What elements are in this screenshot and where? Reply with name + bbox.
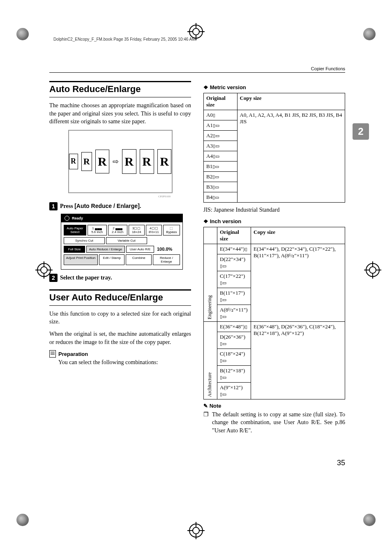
diagram-sheet: R — [122, 149, 136, 174]
table-header: Copy size — [251, 227, 345, 244]
diagram-sheet: R — [69, 154, 78, 169]
variable-cut-button[interactable]: Variable Cut — [106, 237, 147, 244]
step-1-icon: 1 — [49, 202, 58, 210]
metric-version-table: Original size Copy size A0▯ A0, A1, A2, … — [203, 93, 345, 203]
table-cell: B(12"×18")▯▭ — [217, 365, 251, 382]
diagram-sheet: R — [81, 152, 92, 171]
tray-1-button[interactable]: 1 ▄▄▄5.6 inch — [88, 225, 107, 235]
full-size-button[interactable]: Full Size — [64, 246, 85, 253]
table-cell: E(34"×44")▯ — [217, 244, 251, 254]
engineering-label: Engineering — [204, 244, 217, 321]
running-head: Copier Functions — [49, 66, 345, 73]
step-2-text: Select the paper tray. — [60, 275, 112, 281]
diagram-code: CP2F0100 — [49, 195, 171, 198]
table-cell: C(18"×24")▯▭ — [217, 349, 251, 365]
registration-mark-icon — [366, 263, 380, 277]
table-cell: E(34"×44"), D(22"×34"), C(17"×22"), B(11… — [251, 244, 345, 321]
diagram-sheet: R — [140, 149, 154, 174]
table-cell: D(22"×34")▯▭ — [217, 254, 251, 271]
table-cell: B1▯▭ — [204, 162, 238, 172]
section-title-user-auto-reduce-enlarge: User Auto Reduce/Enlarge — [49, 292, 191, 306]
preparation-icon — [49, 350, 56, 358]
tray-4-button[interactable]: 4▢▢8½×11 — [146, 225, 162, 235]
corner-dot — [363, 28, 376, 40]
chapter-tab: 2 — [353, 123, 369, 140]
registration-mark-icon — [189, 524, 203, 538]
page-number: 35 — [337, 459, 345, 467]
diagram-sheet: R — [95, 150, 109, 173]
zoom-percent: 100.0% — [157, 247, 172, 252]
section-title-auto-reduce-enlarge: Auto Reduce/Enlarge — [49, 84, 191, 97]
tray-3-button[interactable]: 3▢▢18×24 — [129, 225, 145, 235]
table-cell: B2▯▭ — [204, 172, 238, 182]
table-cell: B3▯▭ — [204, 182, 238, 192]
body-text: You can select the following combination… — [58, 358, 191, 367]
edit-stamp-button[interactable]: Edit / Stamp — [99, 254, 125, 265]
preparation-heading: Preparation — [58, 351, 88, 357]
body-text: Use this function to copy to a selected … — [49, 310, 191, 326]
table-cell: A0, A1, A2, A3, A4, B1 JIS, B2 JIS, B3 J… — [237, 110, 345, 203]
auto-reduce-enlarge-button[interactable]: Auto Reduce / Enlarge — [86, 246, 125, 253]
tray-2-button[interactable]: 2 ▄▄▄2.4 inch — [108, 225, 127, 235]
table-cell: D(26"×36")▯▭ — [217, 332, 251, 349]
control-panel-screenshot: Ready Auto Paper Select 1 ▄▄▄5.6 inch 2 … — [61, 214, 183, 270]
architecture-label: Architecture — [204, 321, 217, 399]
auto-paper-select-button[interactable]: Auto Paper Select — [64, 225, 86, 235]
table-cell: A0▯ — [204, 110, 238, 120]
table-cell: A(8¹/₂"×11")▯▭ — [217, 305, 251, 321]
table-cell: B(11"×17")▯▭ — [217, 288, 251, 305]
diagram-sheet: R — [157, 149, 172, 174]
bullet-icon: ❒ — [203, 411, 209, 435]
table-cell: E(36"×48")▯ — [217, 321, 251, 332]
registration-mark-icon — [37, 263, 51, 277]
table-header: Original size — [204, 93, 238, 110]
user-auto-re-button[interactable]: User Auto R/E — [126, 246, 154, 253]
inch-version-table: Original size Copy size Engineering E(34… — [203, 227, 345, 399]
step-2-icon: 2 — [49, 274, 58, 282]
table-cell: E(36"×48"), D(26"×36"), C(18"×24"), B(12… — [251, 321, 345, 399]
table-header: Original size — [217, 227, 251, 244]
table-header: Copy size — [237, 93, 345, 110]
body-text: The machine chooses an appropriate magni… — [49, 102, 191, 126]
table-cell: C(17"×22")▯▭ — [217, 271, 251, 288]
jis-note: JIS: Japanese Industrial Standard — [203, 206, 345, 214]
reduce-enlarge-button[interactable]: Reduce / Enlarge — [153, 254, 180, 265]
registration-mark-icon — [189, 25, 203, 39]
table-cell: A4▯▭ — [204, 151, 238, 162]
reduce-enlarge-diagram: R R R ⇨ R R R — [68, 130, 173, 193]
book-header: DolphinC2_ENcopy_F_FM.book Page 35 Frida… — [53, 37, 345, 42]
step-1-text: Press [Auto Reduce / Enlarge]. — [60, 203, 141, 210]
corner-dot — [363, 514, 376, 526]
table-cell: A3▯▭ — [204, 141, 238, 151]
metric-version-heading: Metric version — [203, 84, 345, 90]
inch-version-heading: Inch version — [203, 218, 345, 224]
corner-dot — [16, 514, 29, 526]
body-text: When the original is set, the machine au… — [49, 330, 191, 346]
note-body: The default setting is to copy at same s… — [212, 411, 345, 435]
adjust-print-position-button[interactable]: Adjust Print Position — [64, 254, 98, 265]
note-heading: Note — [203, 403, 345, 409]
table-cell: A(9"×12") ▯▭ — [217, 382, 251, 399]
synchro-cut-button[interactable]: Synchro Cut — [64, 237, 105, 244]
bypass-button[interactable]: ⬚Bypass — [163, 225, 180, 235]
table-cell: B4▯▭ — [204, 192, 238, 203]
combine-button[interactable]: Combine — [126, 254, 151, 265]
arrow-right-icon: ⇨ — [113, 157, 119, 166]
table-cell: A2▯▭ — [204, 131, 238, 141]
corner-dot — [16, 28, 29, 40]
table-cell: A1▯▭ — [204, 120, 238, 131]
